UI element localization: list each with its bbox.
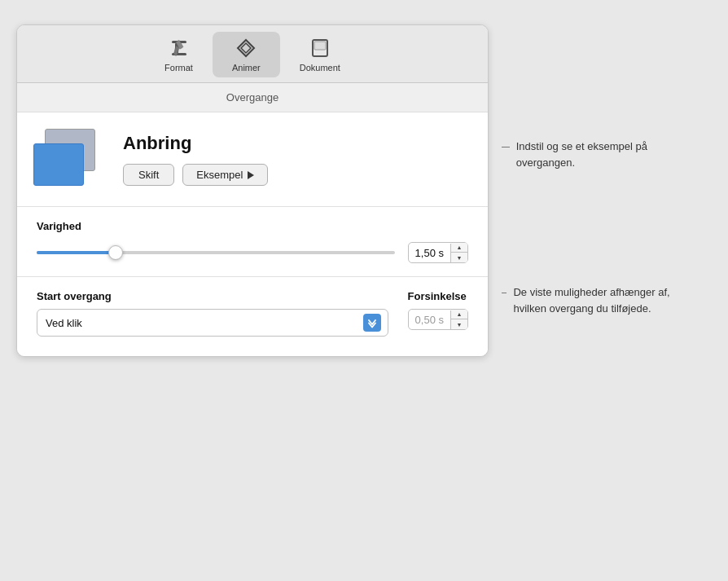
format-label: Format: [164, 63, 193, 73]
slider-fill: [37, 251, 116, 254]
slider-row: 1,50 s ▲ ▼: [37, 242, 468, 263]
connector-h-2: [502, 293, 507, 293]
dokument-label: Dokument: [300, 63, 340, 73]
animer-icon: [235, 37, 257, 59]
connector-h-1: [502, 147, 510, 147]
play-icon: [248, 171, 254, 179]
content-area: Anbring Skift Eksempel Varighed: [17, 112, 488, 356]
forsinkelse-value: 0,50 s: [409, 310, 451, 329]
annotation-1-text: Indstil og se et eksempel på overgangen.: [516, 139, 673, 170]
toolbar-item-animer[interactable]: Animer: [213, 32, 280, 77]
start-overgang-select[interactable]: Ved klik: [37, 309, 388, 337]
start-overgang-label: Start overgang: [37, 290, 388, 302]
forsinkelse-stepper[interactable]: 0,50 s ▲ ▼: [408, 309, 468, 330]
start-row: Start overgang Ved klik: [37, 290, 468, 337]
format-icon: [168, 37, 191, 59]
forsinkelse-arrows: ▲ ▼: [451, 310, 467, 329]
forsinkelse-col: Forsinkelse 0,50 s ▲ ▼: [408, 290, 468, 330]
eksempel-button[interactable]: Eksempel: [182, 164, 268, 186]
start-overgang-col: Start overgang Ved klik: [37, 290, 388, 337]
slider-container[interactable]: [37, 244, 395, 261]
varighed-down-arrow[interactable]: ▼: [451, 253, 467, 262]
forsinkelse-up-arrow[interactable]: ▲: [451, 310, 467, 319]
toolbar-item-format[interactable]: Format: [145, 32, 213, 77]
varighed-up-arrow[interactable]: ▲: [451, 243, 467, 253]
main-panel: Format Animer: [16, 24, 489, 357]
screen-wrapper: Format Animer: [0, 0, 728, 581]
transition-name: Anbring: [123, 133, 268, 154]
slider-thumb[interactable]: [108, 245, 123, 260]
transition-buttons: Skift Eksempel: [123, 164, 268, 186]
svg-rect-7: [314, 42, 326, 50]
varighed-arrows: ▲ ▼: [451, 243, 467, 262]
varighed-value: 1,50 s: [409, 244, 451, 262]
forsinkelse-down-arrow[interactable]: ▼: [451, 319, 467, 329]
start-section: Start overgang Ved klik: [17, 277, 488, 356]
slide-front: [33, 143, 84, 186]
varighed-section: Varighed 1,50 s ▲ ▼: [17, 207, 488, 277]
animer-label: Animer: [232, 63, 261, 73]
transition-area: Anbring Skift Eksempel: [17, 112, 488, 207]
toolbar-item-dokument[interactable]: Dokument: [280, 32, 360, 77]
annotation-1: Indstil og se et eksempel på overgangen.: [502, 139, 673, 170]
varighed-stepper[interactable]: 1,50 s ▲ ▼: [408, 242, 468, 263]
transition-info: Anbring Skift Eksempel: [123, 133, 268, 186]
slider-track: [37, 251, 395, 254]
skift-button[interactable]: Skift: [123, 164, 174, 186]
toolbar: Format Animer: [17, 25, 488, 83]
varighed-label: Varighed: [37, 220, 468, 232]
section-title: Overgange: [17, 83, 488, 112]
start-overgang-value: Ved klik: [46, 317, 363, 329]
annotation-panel: Indstil og se et eksempel på overgangen.…: [502, 24, 673, 316]
dokument-icon: [309, 37, 331, 59]
chevron-icon: [363, 314, 381, 332]
forsinkelse-label: Forsinkelse: [408, 290, 468, 302]
slide-preview: [33, 129, 107, 190]
annotation-2: De viste muligheder afhænger af, hvilken…: [502, 284, 673, 316]
annotation-2-text: De viste muligheder afhænger af, hvilken…: [513, 284, 673, 316]
